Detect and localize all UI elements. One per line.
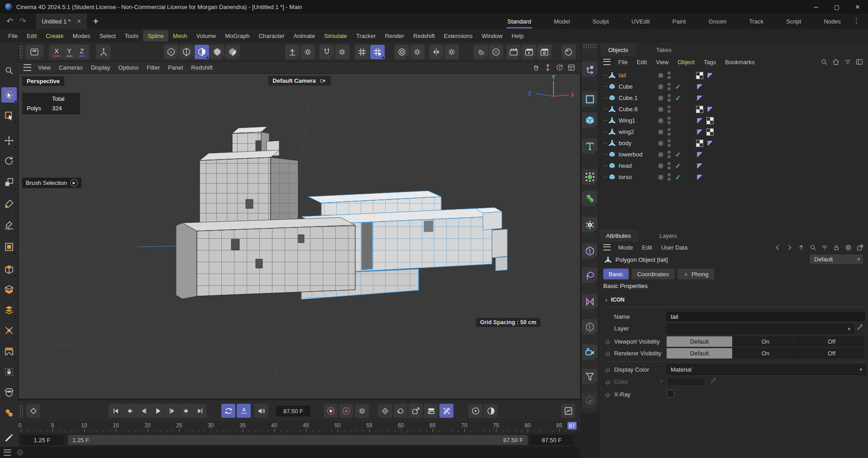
edit-toggle[interactable] xyxy=(658,72,664,79)
object-name[interactable]: Wing1 xyxy=(619,117,654,124)
pill-toggle-button[interactable] xyxy=(424,404,438,418)
filter-button[interactable] xyxy=(820,243,830,252)
edit-toggle[interactable] xyxy=(658,174,664,180)
menu-simulate[interactable]: Simulate xyxy=(320,30,352,42)
object-row-Wing1[interactable]: Wing1 xyxy=(599,115,868,126)
volume-tool-button[interactable] xyxy=(582,319,597,335)
viewport-menu-display[interactable]: Display xyxy=(87,63,114,72)
layout-tab-track[interactable]: Track xyxy=(748,14,764,28)
edit-toggle[interactable] xyxy=(658,151,664,158)
render-view-button[interactable] xyxy=(506,45,521,59)
next-key-button[interactable] xyxy=(179,404,193,418)
edit-toggle[interactable] xyxy=(658,106,664,113)
scale-tool-button[interactable] xyxy=(1,175,17,190)
menu-edit[interactable]: Edit xyxy=(22,30,41,42)
magnet-button[interactable] xyxy=(320,45,334,59)
menu-mograph[interactable]: MoGraph xyxy=(220,30,254,42)
gear-points-tool-button[interactable] xyxy=(582,217,597,232)
key-diamond-icon[interactable]: ◇ xyxy=(604,350,611,357)
prev-frame-button[interactable] xyxy=(137,404,151,418)
visibility-dots[interactable] xyxy=(668,117,671,124)
menu-modes[interactable]: Modes xyxy=(68,30,95,42)
circle-dot-button[interactable] xyxy=(468,404,482,418)
key-diamond-button[interactable] xyxy=(26,404,40,418)
xref-tool-button[interactable] xyxy=(582,294,597,309)
object-menu-tags[interactable]: Tags xyxy=(700,57,720,67)
object-name[interactable]: tail xyxy=(619,72,654,79)
object-name[interactable]: Cube.6 xyxy=(619,106,654,113)
object-name[interactable]: Cube.1 xyxy=(619,94,654,101)
object-row-lowerbod[interactable]: lowerbod✓ xyxy=(599,149,868,160)
layout-tab-script[interactable]: Script xyxy=(785,14,802,28)
object-row-torso[interactable]: torso✓ xyxy=(599,171,868,183)
playhead[interactable]: 87 xyxy=(568,422,577,430)
attribute-menu-mode[interactable]: Mode xyxy=(614,243,637,252)
object-name[interactable]: lowerbod xyxy=(619,151,654,158)
menu-window[interactable]: Window xyxy=(477,30,507,42)
overflow-menu-icon[interactable]: ⋮ xyxy=(853,17,860,25)
auto-circle-button[interactable]: A xyxy=(489,45,503,59)
object-menu-file[interactable]: File xyxy=(614,57,632,67)
layout-tab-model[interactable]: Model xyxy=(553,14,571,28)
viewport-visibility-option-default[interactable]: Default xyxy=(667,336,732,347)
sq-arrow-button[interactable] xyxy=(409,404,423,418)
plane-tool-button[interactable] xyxy=(1,239,17,255)
menu-volume[interactable]: Volume xyxy=(192,30,220,42)
render-picture-viewer-button[interactable] xyxy=(522,45,536,59)
orbit-button[interactable] xyxy=(554,63,564,73)
menu-select[interactable]: Select xyxy=(95,30,120,42)
autokey-a-button[interactable]: A xyxy=(237,404,251,418)
layer-stack-tool-button[interactable] xyxy=(1,302,17,318)
pan-hand-button[interactable] xyxy=(531,63,541,73)
mode-edges-button[interactable] xyxy=(179,45,194,59)
cycle-button[interactable] xyxy=(393,404,407,418)
selection-tag[interactable] xyxy=(706,106,714,113)
edit-toggle[interactable] xyxy=(658,118,664,124)
workplane-tool-button[interactable] xyxy=(582,61,597,77)
texture-tag[interactable] xyxy=(706,128,714,136)
object-name[interactable]: wing2 xyxy=(619,128,654,135)
slab-mesh[interactable] xyxy=(176,217,355,299)
visibility-dots[interactable] xyxy=(668,139,671,147)
tab-attributes[interactable]: Attributes xyxy=(599,229,638,242)
menu-redshift[interactable]: Redshift xyxy=(409,30,439,42)
camera-label[interactable]: Default Camera xyxy=(268,76,330,85)
viewport-menu-cameras[interactable]: Cameras xyxy=(55,63,87,72)
object-menu-edit[interactable]: Edit xyxy=(633,57,651,67)
render-check-icon[interactable]: ✓ xyxy=(674,173,682,181)
panel-hamburger-icon[interactable] xyxy=(603,59,610,65)
no-ik-button[interactable] xyxy=(439,404,453,418)
gear-button[interactable] xyxy=(335,45,349,59)
menu-render[interactable]: Render xyxy=(380,30,409,42)
maximize-button[interactable]: ▢ xyxy=(826,0,847,14)
panel-hamburger-icon[interactable] xyxy=(603,244,610,250)
visibility-dots[interactable] xyxy=(668,162,671,170)
layout-tab-standard[interactable]: Standard xyxy=(506,14,532,28)
rectangle-selection-tool-button[interactable] xyxy=(1,108,17,123)
viewport-scene[interactable]: Y Z X xyxy=(19,74,580,399)
next-frame-button[interactable] xyxy=(165,404,179,418)
renderer-visibility-option-default[interactable]: Default xyxy=(667,348,732,359)
icon-group-header[interactable]: › ICON xyxy=(605,296,625,303)
mode-texture-button[interactable] xyxy=(225,45,240,59)
visibility-dots[interactable] xyxy=(668,71,671,79)
xray-checkbox[interactable] xyxy=(667,390,674,397)
edit-toggle[interactable] xyxy=(658,140,664,146)
visibility-dots[interactable] xyxy=(668,128,671,136)
edit-toggle[interactable] xyxy=(658,95,664,101)
mode-tab-basic[interactable]: Basic xyxy=(603,269,629,279)
cube-bottom-tool-button[interactable] xyxy=(1,282,17,297)
target-button[interactable] xyxy=(844,243,853,252)
tab-layers[interactable]: Layers xyxy=(652,229,684,242)
layout-tab-groom[interactable]: Groom xyxy=(707,14,727,28)
selection-tag[interactable] xyxy=(696,151,703,158)
layout-tab-paint[interactable]: Paint xyxy=(672,14,687,28)
undo-icon[interactable]: ↶ xyxy=(6,16,13,26)
rotate-tool-button[interactable] xyxy=(1,153,17,169)
key-diamond-dot-button[interactable] xyxy=(378,404,392,418)
cube-top-tool-button[interactable] xyxy=(1,262,17,277)
frame-view-button[interactable] xyxy=(566,63,576,73)
layer-dropdown[interactable]: ▾ xyxy=(667,324,854,334)
menu-animate[interactable]: Animate xyxy=(289,30,320,42)
edit-toggle[interactable] xyxy=(658,163,664,169)
